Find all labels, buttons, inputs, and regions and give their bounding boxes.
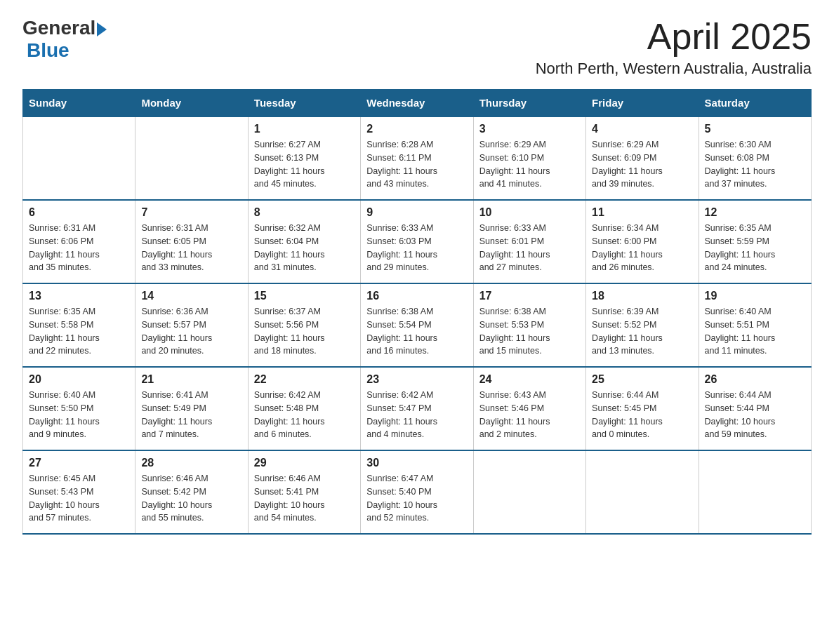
day-number: 18	[592, 290, 692, 302]
calendar-cell: 14Sunrise: 6:36 AM Sunset: 5:57 PM Dayli…	[135, 283, 248, 367]
day-info: Sunrise: 6:40 AM Sunset: 5:51 PM Dayligh…	[705, 305, 805, 358]
calendar-cell: 18Sunrise: 6:39 AM Sunset: 5:52 PM Dayli…	[586, 283, 699, 367]
day-info: Sunrise: 6:37 AM Sunset: 5:56 PM Dayligh…	[254, 305, 355, 358]
day-number: 24	[479, 373, 580, 386]
calendar-cell: 12Sunrise: 6:35 AM Sunset: 5:59 PM Dayli…	[699, 200, 811, 283]
calendar-header-row: SundayMondayTuesdayWednesdayThursdayFrid…	[23, 90, 812, 117]
day-info: Sunrise: 6:43 AM Sunset: 5:46 PM Dayligh…	[479, 389, 580, 441]
day-number: 15	[254, 290, 355, 302]
column-header-sunday: Sunday	[23, 90, 135, 117]
calendar-table: SundayMondayTuesdayWednesdayThursdayFrid…	[22, 89, 812, 535]
day-number: 4	[592, 123, 692, 135]
calendar-cell	[135, 116, 248, 200]
calendar-cell: 23Sunrise: 6:42 AM Sunset: 5:47 PM Dayli…	[361, 367, 473, 450]
day-number: 1	[254, 123, 355, 135]
calendar-cell: 24Sunrise: 6:43 AM Sunset: 5:46 PM Dayli…	[473, 367, 585, 450]
day-number: 6	[29, 206, 129, 219]
calendar-cell: 8Sunrise: 6:32 AM Sunset: 6:04 PM Daylig…	[248, 200, 360, 283]
day-info: Sunrise: 6:32 AM Sunset: 6:04 PM Dayligh…	[254, 222, 355, 274]
calendar-cell: 4Sunrise: 6:29 AM Sunset: 6:09 PM Daylig…	[586, 116, 699, 200]
day-number: 16	[366, 290, 467, 302]
day-info: Sunrise: 6:46 AM Sunset: 5:42 PM Dayligh…	[141, 472, 241, 525]
day-info: Sunrise: 6:34 AM Sunset: 6:00 PM Dayligh…	[592, 222, 692, 274]
column-header-friday: Friday	[586, 90, 699, 117]
day-number: 13	[29, 290, 129, 302]
day-info: Sunrise: 6:29 AM Sunset: 6:10 PM Dayligh…	[479, 138, 580, 191]
logo-arrow-icon	[97, 22, 107, 36]
column-header-wednesday: Wednesday	[361, 90, 473, 117]
day-info: Sunrise: 6:40 AM Sunset: 5:50 PM Dayligh…	[29, 389, 129, 441]
calendar-cell: 22Sunrise: 6:42 AM Sunset: 5:48 PM Dayli…	[248, 367, 360, 450]
column-header-saturday: Saturday	[699, 90, 811, 117]
calendar-cell	[473, 450, 585, 534]
day-info: Sunrise: 6:27 AM Sunset: 6:13 PM Dayligh…	[254, 138, 355, 191]
calendar-cell: 27Sunrise: 6:45 AM Sunset: 5:43 PM Dayli…	[23, 450, 135, 534]
calendar-cell	[699, 450, 811, 534]
calendar-cell: 3Sunrise: 6:29 AM Sunset: 6:10 PM Daylig…	[473, 116, 585, 200]
day-number: 7	[141, 206, 241, 219]
day-number: 9	[366, 206, 467, 219]
calendar-cell: 1Sunrise: 6:27 AM Sunset: 6:13 PM Daylig…	[248, 116, 360, 200]
day-info: Sunrise: 6:35 AM Sunset: 5:59 PM Dayligh…	[705, 222, 805, 274]
column-header-thursday: Thursday	[473, 90, 585, 117]
calendar-cell: 5Sunrise: 6:30 AM Sunset: 6:08 PM Daylig…	[699, 116, 811, 200]
calendar-cell: 6Sunrise: 6:31 AM Sunset: 6:06 PM Daylig…	[23, 200, 135, 283]
calendar-cell: 19Sunrise: 6:40 AM Sunset: 5:51 PM Dayli…	[699, 283, 811, 367]
day-number: 29	[254, 457, 355, 469]
day-info: Sunrise: 6:31 AM Sunset: 6:06 PM Dayligh…	[29, 222, 129, 274]
logo: General Blue	[22, 17, 107, 62]
day-number: 5	[705, 123, 805, 135]
day-number: 30	[366, 457, 467, 469]
calendar-cell: 13Sunrise: 6:35 AM Sunset: 5:58 PM Dayli…	[23, 283, 135, 367]
day-number: 14	[141, 290, 241, 302]
day-info: Sunrise: 6:35 AM Sunset: 5:58 PM Dayligh…	[29, 305, 129, 358]
day-info: Sunrise: 6:44 AM Sunset: 5:45 PM Dayligh…	[592, 389, 692, 441]
day-number: 12	[705, 206, 805, 219]
day-number: 23	[366, 373, 467, 386]
day-info: Sunrise: 6:33 AM Sunset: 6:01 PM Dayligh…	[479, 222, 580, 274]
calendar-cell	[586, 450, 699, 534]
day-number: 2	[366, 123, 467, 135]
calendar-cell: 28Sunrise: 6:46 AM Sunset: 5:42 PM Dayli…	[135, 450, 248, 534]
month-year-title: April 2025	[536, 17, 812, 57]
title-block: April 2025 North Perth, Western Australi…	[536, 17, 812, 78]
day-number: 3	[479, 123, 580, 135]
location-subtitle: North Perth, Western Australia, Australi…	[536, 60, 812, 78]
day-number: 28	[141, 457, 241, 469]
logo-text-general: General	[22, 17, 95, 39]
calendar-week-row: 6Sunrise: 6:31 AM Sunset: 6:06 PM Daylig…	[23, 200, 812, 283]
day-info: Sunrise: 6:42 AM Sunset: 5:47 PM Dayligh…	[366, 389, 467, 441]
calendar-week-row: 13Sunrise: 6:35 AM Sunset: 5:58 PM Dayli…	[23, 283, 812, 367]
day-number: 10	[479, 206, 580, 219]
calendar-cell: 16Sunrise: 6:38 AM Sunset: 5:54 PM Dayli…	[361, 283, 473, 367]
day-number: 19	[705, 290, 805, 302]
day-number: 27	[29, 457, 129, 469]
calendar-week-row: 1Sunrise: 6:27 AM Sunset: 6:13 PM Daylig…	[23, 116, 812, 200]
calendar-cell: 30Sunrise: 6:47 AM Sunset: 5:40 PM Dayli…	[361, 450, 473, 534]
column-header-monday: Monday	[135, 90, 248, 117]
calendar-week-row: 20Sunrise: 6:40 AM Sunset: 5:50 PM Dayli…	[23, 367, 812, 450]
day-info: Sunrise: 6:47 AM Sunset: 5:40 PM Dayligh…	[366, 472, 467, 525]
calendar-week-row: 27Sunrise: 6:45 AM Sunset: 5:43 PM Dayli…	[23, 450, 812, 534]
day-info: Sunrise: 6:29 AM Sunset: 6:09 PM Dayligh…	[592, 138, 692, 191]
day-number: 26	[705, 373, 805, 386]
logo-text-blue: Blue	[27, 39, 70, 62]
calendar-cell: 7Sunrise: 6:31 AM Sunset: 6:05 PM Daylig…	[135, 200, 248, 283]
day-info: Sunrise: 6:45 AM Sunset: 5:43 PM Dayligh…	[29, 472, 129, 525]
day-info: Sunrise: 6:33 AM Sunset: 6:03 PM Dayligh…	[366, 222, 467, 274]
day-info: Sunrise: 6:36 AM Sunset: 5:57 PM Dayligh…	[141, 305, 241, 358]
day-number: 22	[254, 373, 355, 386]
calendar-cell: 26Sunrise: 6:44 AM Sunset: 5:44 PM Dayli…	[699, 367, 811, 450]
day-info: Sunrise: 6:31 AM Sunset: 6:05 PM Dayligh…	[141, 222, 241, 274]
header: General Blue April 2025 North Perth, Wes…	[22, 17, 812, 78]
calendar-cell: 29Sunrise: 6:46 AM Sunset: 5:41 PM Dayli…	[248, 450, 360, 534]
calendar-cell: 25Sunrise: 6:44 AM Sunset: 5:45 PM Dayli…	[586, 367, 699, 450]
day-info: Sunrise: 6:38 AM Sunset: 5:53 PM Dayligh…	[479, 305, 580, 358]
day-info: Sunrise: 6:39 AM Sunset: 5:52 PM Dayligh…	[592, 305, 692, 358]
day-info: Sunrise: 6:28 AM Sunset: 6:11 PM Dayligh…	[366, 138, 467, 191]
calendar-cell: 15Sunrise: 6:37 AM Sunset: 5:56 PM Dayli…	[248, 283, 360, 367]
calendar-cell: 20Sunrise: 6:40 AM Sunset: 5:50 PM Dayli…	[23, 367, 135, 450]
calendar-cell: 17Sunrise: 6:38 AM Sunset: 5:53 PM Dayli…	[473, 283, 585, 367]
calendar-cell: 2Sunrise: 6:28 AM Sunset: 6:11 PM Daylig…	[361, 116, 473, 200]
day-number: 17	[479, 290, 580, 302]
